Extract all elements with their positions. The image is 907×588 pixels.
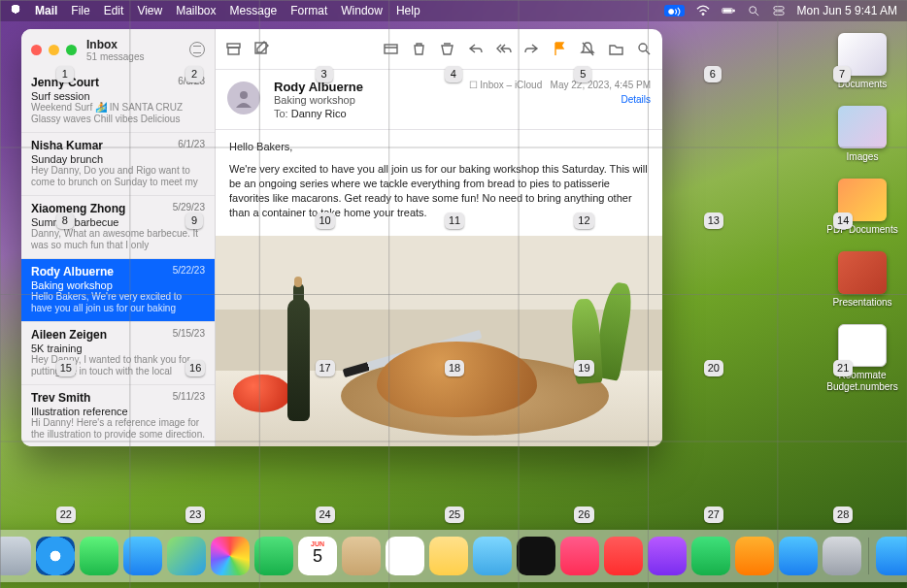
row-preview: Danny, What an awesome barbecue. It was …	[31, 228, 205, 251]
message-row[interactable]: Xiaomeng Zhong5/29/23 Summer barbecue Da…	[21, 196, 215, 259]
zoom-window-button[interactable]	[66, 45, 77, 55]
svg-rect-4	[733, 10, 734, 12]
reply-all-icon[interactable]	[495, 41, 512, 57]
mail-reader-pane: Rody Albuerne Baking workshop To: Danny …	[216, 29, 662, 446]
row-preview: Hello Bakers, We're very excited to have…	[31, 291, 205, 314]
svg-rect-8	[773, 12, 783, 15]
message-row[interactable]: Jenny Court6/3/23 Surf session Weekend S…	[21, 70, 215, 133]
grid-cell-number: 22	[56, 506, 76, 523]
row-from: Jenny Court	[31, 76, 99, 89]
desktop-stack-pdf[interactable]: PDF Documents	[825, 179, 899, 236]
dock-calendar-icon[interactable]: JUN5	[298, 537, 337, 575]
menu-file[interactable]: File	[71, 4, 89, 17]
dock-downloads-icon[interactable]	[876, 537, 907, 575]
reply-icon[interactable]	[467, 41, 484, 57]
desktop-stack-documents[interactable]: Documents	[825, 33, 899, 90]
dock-freeform-icon[interactable]	[473, 537, 512, 575]
apple-menu-icon[interactable]	[10, 5, 21, 16]
desktop-stack-presentations[interactable]: Presentations	[825, 251, 899, 309]
message-date: May 22, 2023, 4:45 PM	[551, 80, 651, 90]
search-icon[interactable]	[636, 41, 653, 57]
minimize-window-button[interactable]	[49, 45, 59, 55]
dock-contacts-icon[interactable]	[342, 537, 381, 575]
message-attachment-image[interactable]	[216, 236, 662, 446]
dock-notes-icon[interactable]	[429, 537, 468, 575]
svg-point-1	[702, 13, 704, 15]
svg-point-17	[240, 91, 248, 99]
battery-icon[interactable]	[722, 5, 735, 16]
dock-music-icon[interactable]	[560, 537, 599, 575]
dock-messages-icon[interactable]	[80, 537, 118, 575]
message-row[interactable]: Nisha Kumar6/1/23 Sunday brunch Hey Dann…	[21, 133, 215, 196]
mail-list-header: Inbox 51 messages	[21, 29, 215, 70]
trash-icon[interactable]	[411, 41, 427, 57]
menu-window[interactable]: Window	[341, 4, 383, 17]
message-row[interactable]: Aileen Zeigen5/15/23 5K training Hey Dan…	[21, 322, 215, 385]
move-icon[interactable]	[608, 41, 624, 57]
dock-safari-icon[interactable]	[36, 537, 75, 575]
row-from: Xiaomeng Zhong	[31, 202, 125, 215]
row-from: Aileen Zeigen	[31, 328, 107, 342]
dock-reminders-icon[interactable]	[386, 537, 424, 575]
grid-cell-number: 23	[185, 506, 205, 523]
dock-settings-icon[interactable]	[823, 537, 861, 575]
close-window-button[interactable]	[31, 45, 42, 55]
to-label: To:	[274, 108, 288, 119]
inbox-count: 51 messages	[86, 51, 144, 62]
svg-line-16	[646, 50, 650, 54]
svg-rect-7	[773, 7, 783, 10]
row-preview: Hey Danny, Do you and Rigo want to come …	[31, 165, 205, 188]
window-traffic-lights	[31, 45, 77, 55]
spotlight-icon[interactable]	[747, 5, 760, 16]
row-from: Trev Smith	[31, 391, 90, 405]
mail-message-list: Inbox 51 messages Jenny Court6/3/23 Surf…	[21, 29, 216, 446]
voice-over-icon[interactable]	[664, 5, 685, 16]
dock-podcasts-icon[interactable]	[648, 537, 687, 575]
archive2-icon[interactable]	[383, 41, 399, 57]
message-body: Hello Bakers, We're very excited to have…	[216, 130, 662, 230]
mute-icon[interactable]	[580, 41, 596, 57]
mailbox-name: Inbox – iCloud	[480, 80, 542, 90]
dock-news-icon[interactable]	[604, 537, 643, 575]
forward-icon[interactable]	[523, 41, 540, 57]
wifi-icon[interactable]	[696, 5, 710, 16]
dock-mail-icon[interactable]	[123, 537, 162, 575]
dock-separator	[868, 538, 869, 574]
menu-edit[interactable]: Edit	[104, 4, 124, 17]
menu-format[interactable]: Format	[290, 4, 327, 17]
app-name[interactable]: Mail	[35, 4, 57, 17]
row-subject: Sunday brunch	[31, 153, 205, 165]
filter-button-icon[interactable]	[189, 42, 205, 57]
archive-icon[interactable]	[225, 41, 242, 57]
message-row[interactable]: Rody Albuerne5/22/23 Baking workshop Hel…	[21, 259, 215, 322]
control-center-icon[interactable]	[772, 5, 786, 16]
compose-icon[interactable]	[253, 41, 270, 57]
dock-pages-icon[interactable]	[735, 537, 774, 575]
flag-icon[interactable]	[552, 41, 568, 57]
to-name[interactable]: Danny Rico	[291, 108, 347, 119]
row-subject: Surf session	[31, 90, 205, 102]
menu-help[interactable]: Help	[396, 4, 420, 17]
menubar: Mail File Edit View Mailbox Message Form…	[0, 0, 907, 21]
mailbox-indicator[interactable]: ☐	[469, 80, 481, 90]
dock-maps-icon[interactable]	[167, 537, 206, 575]
desktop-stack-images[interactable]: Images	[825, 106, 899, 163]
junk-icon[interactable]	[439, 41, 455, 57]
dock-photos-icon[interactable]	[211, 537, 250, 575]
menu-message[interactable]: Message	[230, 4, 278, 17]
dock-appstore-icon[interactable]	[779, 537, 818, 575]
dock-numbers-icon[interactable]	[691, 537, 730, 575]
dock-launchpad-icon[interactable]	[0, 537, 31, 575]
menu-view[interactable]: View	[137, 4, 162, 17]
menu-mailbox[interactable]: Mailbox	[176, 4, 216, 17]
message-row[interactable]: Trev Smith5/11/23 Illustration reference…	[21, 385, 215, 446]
sender-avatar[interactable]	[227, 82, 260, 114]
row-subject: Baking workshop	[31, 279, 205, 291]
desktop-file-budget[interactable]: Roommate Budget.numbers	[825, 324, 899, 393]
dock-facetime-icon[interactable]	[254, 537, 293, 575]
svg-point-15	[639, 44, 647, 51]
menubar-clock[interactable]: Mon Jun 5 9:41 AM	[797, 4, 897, 17]
dock-tv-icon[interactable]	[517, 537, 555, 575]
svg-line-6	[755, 13, 757, 16]
details-link[interactable]: Details	[469, 94, 651, 105]
